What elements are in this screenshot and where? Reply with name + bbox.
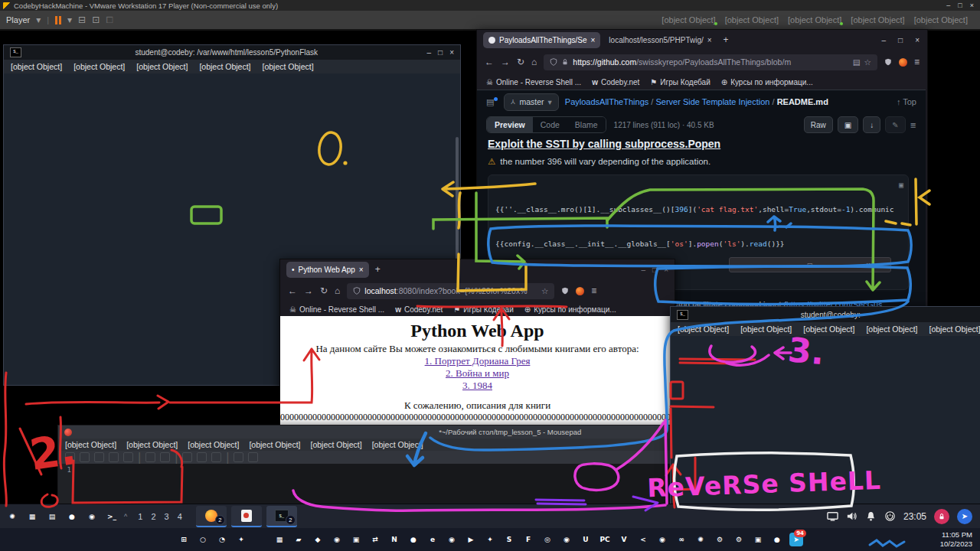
menu-item[interactable]: [object Object] xyxy=(678,324,729,334)
raw-button[interactable]: Raw xyxy=(804,116,833,133)
extension-shield-icon[interactable] xyxy=(884,57,892,67)
power-icon[interactable] xyxy=(884,510,896,522)
volume-icon[interactable] xyxy=(846,510,858,522)
minimize-button[interactable]: – xyxy=(750,261,754,269)
bookmark-reverse-shell[interactable]: ☠Online - Reverse Shell ... xyxy=(486,78,581,86)
vm-device-icon[interactable]: [object Object] xyxy=(788,15,841,24)
vmware-maximize-button[interactable]: □ xyxy=(958,2,962,9)
bookmark-games[interactable]: ⚑Игры Кодебай xyxy=(650,78,710,86)
taskbar-mousepad-button[interactable] xyxy=(231,506,262,527)
tab-localhost-phptwig[interactable]: localhost/lesson5/PHPTwig/ × xyxy=(603,32,717,48)
taskbar-terminal-button[interactable]: $_ 2 xyxy=(266,506,297,527)
menu-item[interactable]: [object Object] xyxy=(372,440,423,449)
bookmark-star-icon[interactable]: ☆ xyxy=(864,57,871,67)
minimize-button[interactable]: – xyxy=(882,36,887,44)
home-icon[interactable]: ⌂ xyxy=(335,285,340,296)
new-tab-button[interactable]: + xyxy=(375,264,381,275)
bookmark-codeby[interactable]: wCodeby.net xyxy=(592,78,639,86)
menu-item[interactable]: [object Object] xyxy=(263,62,314,71)
tab-preview[interactable]: Preview xyxy=(487,117,533,132)
bookmark-star-icon[interactable]: ☆ xyxy=(541,286,548,295)
extension-shield-icon[interactable] xyxy=(561,286,569,295)
screenlock-icon[interactable] xyxy=(934,509,949,524)
menu-item[interactable]: [object Object] xyxy=(803,324,854,334)
save-icon[interactable] xyxy=(94,452,104,462)
bookmark-courses[interactable]: ⊕Курсы по информаци... xyxy=(721,78,813,86)
bookmark-codeby[interactable]: wCodeby.net xyxy=(395,305,443,314)
close-button[interactable]: × xyxy=(664,266,668,274)
terminal-netcat-titlebar[interactable]: $_ student@codeby: ~ xyxy=(671,307,980,322)
tab-close-icon[interactable]: × xyxy=(359,266,364,274)
ublock-icon[interactable] xyxy=(576,287,584,295)
find-icon[interactable] xyxy=(234,452,243,462)
vmware-minimize-button[interactable]: – xyxy=(946,2,950,9)
download-icon[interactable]: ↓ xyxy=(863,116,880,133)
outline-icon[interactable]: ≣ xyxy=(910,121,916,129)
menu-item[interactable]: [object Object] xyxy=(136,62,188,71)
vm-device-icon[interactable]: [object Object] xyxy=(914,15,968,24)
telegram-icon[interactable]: ➤ 94 xyxy=(789,533,803,546)
menu-item[interactable]: [object Object] xyxy=(249,440,300,449)
paste-icon[interactable] xyxy=(211,452,221,462)
reader-icon[interactable]: ▤ xyxy=(853,57,861,67)
copy-raw-icon[interactable]: ▣ xyxy=(838,116,858,133)
redo-icon[interactable] xyxy=(160,452,170,462)
app-menu-icon[interactable]: ≡ xyxy=(591,285,596,296)
vm-device-icon[interactable]: [object Object] xyxy=(662,15,715,24)
fullscreen-icon[interactable]: ⊡ xyxy=(92,15,100,25)
player-caret-icon[interactable]: ▾ xyxy=(36,15,41,25)
save-as-icon[interactable] xyxy=(109,452,119,462)
maximize-button[interactable]: □ xyxy=(438,48,443,57)
maximize-button[interactable]: □ xyxy=(898,36,903,44)
tab-code[interactable]: Code xyxy=(533,117,567,132)
workspace-pager[interactable]: 1 2 3 4 xyxy=(138,512,185,521)
vmware-close-button[interactable]: × xyxy=(970,2,974,9)
display-icon[interactable] xyxy=(827,510,838,522)
back-to-top-link[interactable]: ↑ Top xyxy=(897,97,916,106)
hidden-window-titlebar[interactable]: – □ × xyxy=(729,257,891,272)
book-link-3[interactable]: 3. 1984 xyxy=(280,380,675,392)
url-bar[interactable]: https://github.com/swisskyrepo/PayloadsA… xyxy=(544,54,877,70)
menu-item[interactable]: [object Object] xyxy=(740,324,792,334)
close-button[interactable]: × xyxy=(866,261,871,269)
close-button[interactable]: × xyxy=(915,36,920,44)
maximize-button[interactable]: □ xyxy=(808,261,812,269)
minimize-button[interactable]: – xyxy=(642,266,646,274)
session-icon[interactable]: ➤ xyxy=(957,509,972,524)
vm-device-icon[interactable]: [object Object] xyxy=(851,15,904,24)
reload-icon[interactable]: ↻ xyxy=(517,57,524,67)
book-link-2[interactable]: 2. Война и мир xyxy=(280,367,675,380)
bookmark-courses[interactable]: ⊕Курсы по информаци... xyxy=(524,305,616,314)
branch-selector[interactable]: Y master ▾ xyxy=(504,93,558,111)
close-button[interactable]: × xyxy=(449,48,454,57)
back-icon[interactable]: ← xyxy=(485,57,494,67)
edit-pencil-icon[interactable]: ✎ xyxy=(885,116,905,133)
tab-payloadsallthethings[interactable]: PayloadsAllTheThings/Se × xyxy=(483,32,600,48)
url-bar[interactable]: localhost:8080/index?book={%%20for%20x% … xyxy=(347,283,554,299)
menu-item[interactable]: [object Object] xyxy=(11,62,62,71)
minimize-button[interactable]: – xyxy=(427,48,432,57)
clock[interactable]: 23:05 xyxy=(903,511,926,522)
panel-caret-icon[interactable]: ^ xyxy=(124,513,127,520)
forward-icon[interactable]: → xyxy=(501,57,510,67)
copy-icon[interactable] xyxy=(197,452,207,462)
new-tab-button[interactable]: + xyxy=(724,34,729,45)
notification-bell-icon[interactable] xyxy=(865,510,877,522)
menu-item[interactable]: [object Object] xyxy=(188,440,239,449)
breadcrumb-repo[interactable]: PayloadsAllTheThings xyxy=(565,97,648,106)
home-icon[interactable]: ⌂ xyxy=(531,57,537,67)
undo-icon[interactable] xyxy=(145,452,155,462)
file-tree-icon[interactable]: ▤ xyxy=(486,97,498,107)
pause-vm-button[interactable] xyxy=(55,16,61,24)
bookmark-reverse-shell[interactable]: ☠Online - Reverse Shell ... xyxy=(289,305,384,314)
menu-item[interactable]: [object Object] xyxy=(65,440,116,449)
taskbar-firefox-button[interactable]: 2 xyxy=(196,506,227,527)
tab-blame[interactable]: Blame xyxy=(567,117,606,132)
tab-close-icon[interactable]: × xyxy=(707,36,712,44)
menu-item[interactable]: [object Object] xyxy=(74,62,125,71)
menu-item[interactable]: [object Object] xyxy=(866,324,917,334)
forward-icon[interactable]: → xyxy=(304,285,313,296)
breadcrumb-dir[interactable]: Server Side Template Injection xyxy=(655,97,769,106)
tab-close-icon[interactable]: × xyxy=(591,36,596,44)
terminal-flask-titlebar[interactable]: $_ student@codeby: /var/www/html/lesson5… xyxy=(4,45,460,60)
